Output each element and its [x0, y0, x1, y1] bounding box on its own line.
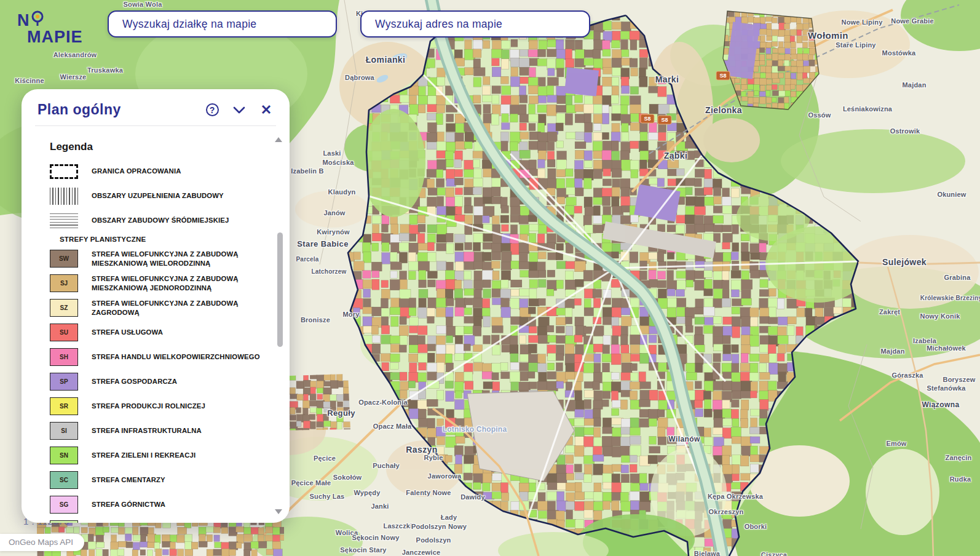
legend-zone-item: SHSTREFA HANDLU WIELKOPOWIERZCHNIOWEGO	[50, 348, 269, 367]
legend-special-items: GRANICA OPRACOWANIAOBSZARY UZUPEŁNIENIA …	[50, 162, 269, 230]
zone-swatch-SP: SP	[50, 373, 78, 391]
app-screen: Sowia WolaKiełpinŁomiankiDąbrowaAleksand…	[0, 0, 980, 556]
zone-swatch-SO: SO	[50, 520, 78, 523]
legend-zone-item: SOSTREFA OTWARTA	[50, 520, 269, 523]
dashed-boundary-icon	[50, 164, 78, 179]
legend-item-label: OBSZARY UZUPEŁNIENIA ZABUDOWY	[92, 191, 224, 200]
legend-heading: Legenda	[50, 141, 269, 153]
legend-zone-item: SZSTREFA WIELOFUNKCYJNA Z ZABUDOWĄ ZAGRO…	[50, 298, 269, 317]
legend-zone-item: SNSTREFA ZIELENI I REKREACJI	[50, 446, 269, 465]
map-attribution: OnGeo Maps API	[0, 534, 84, 551]
legend-zone-item: SGSTREFA GÓRNICTWA	[50, 495, 269, 514]
zone-swatch-SG: SG	[50, 496, 78, 514]
zone-swatch-SW: SW	[50, 250, 78, 268]
legend-zone-item: SJSTREFA WIELOFUNKCYJNA Z ZABUDOWĄ MIESZ…	[50, 274, 269, 293]
legend-zone-item: SCSTREFA CMENTARZY	[50, 471, 269, 490]
search-parcel-button[interactable]: Wyszukaj działkę na mapie	[108, 10, 337, 38]
zone-label: STREFA WIELOFUNKCYJNA Z ZABUDOWĄ ZAGRODO…	[92, 299, 269, 317]
vertical-hatch-icon	[50, 188, 78, 205]
zone-swatch-SC: SC	[50, 471, 78, 489]
close-icon[interactable]: ✕	[259, 103, 274, 117]
zone-label: STREFA ZIELENI I REKREACJI	[92, 451, 196, 459]
legend-body: Legenda GRANICA OPRACOWANIAOBSZARY UZUPE…	[22, 126, 290, 523]
zone-swatch-SH: SH	[50, 348, 78, 366]
legend-zone-item: SWSTREFA WIELOFUNKCYJNA Z ZABUDOWĄ MIESZ…	[50, 249, 269, 268]
scrollbar-thumb[interactable]	[277, 232, 283, 347]
zone-label: STREFA HANDLU WIELKOPOWIERZCHNIOWEGO	[92, 352, 260, 361]
zone-swatch-SR: SR	[50, 397, 78, 415]
zone-label: STREFA USŁUGOWA	[92, 328, 163, 336]
search-parcel-label: Wyszukaj działkę na mapie	[122, 18, 256, 31]
help-icon[interactable]: ?	[205, 103, 219, 117]
app-logo[interactable]: N MAPIE	[17, 10, 83, 45]
legend-group-heading: STREFY PLANISTYCZNE	[60, 236, 269, 243]
search-address-button[interactable]: Wyszukaj adres na mapie	[360, 10, 590, 38]
legend-item: OBSZARY ZABUDOWY ŚRÓDMIEJSKIEJ	[50, 211, 269, 230]
search-address-label: Wyszukaj adres na mapie	[375, 18, 502, 31]
zone-label: STREFA CMENTARZY	[92, 475, 165, 484]
legend-item: GRANICA OPRACOWANIA	[50, 162, 269, 181]
scroll-up-arrow-icon[interactable]	[275, 137, 282, 142]
panel-header: Plan ogólny ? ✕	[22, 89, 290, 125]
zone-label: STREFA INFRASTRUKTURALNA	[92, 426, 202, 435]
zone-swatch-SJ: SJ	[50, 274, 78, 292]
zone-label: STREFA GOSPODARCZA	[92, 377, 177, 386]
legend-zone-item: SISTREFA INFRASTRUKTURALNA	[50, 421, 269, 440]
logo-line1: N	[17, 11, 30, 30]
map-pin-icon	[30, 10, 45, 30]
legend-item: OBSZARY UZUPEŁNIENIA ZABUDOWY	[50, 186, 269, 205]
zone-label: STREFA WIELOFUNKCYJNA Z ZABUDOWĄ MIESZKA…	[92, 274, 269, 292]
logo-line2: MAPIE	[27, 30, 83, 45]
chevron-down-icon[interactable]	[232, 103, 247, 117]
plan-panel: Plan ogólny ? ✕ Legenda GRANICA OPRACOWA…	[22, 89, 290, 523]
panel-title: Plan ogólny	[38, 101, 121, 118]
scroll-down-arrow-icon[interactable]	[275, 509, 282, 514]
legend-zone-item: SUSTREFA USŁUGOWA	[50, 323, 269, 342]
legend-zone-items: SWSTREFA WIELOFUNKCYJNA Z ZABUDOWĄ MIESZ…	[50, 249, 269, 523]
zone-swatch-SU: SU	[50, 324, 78, 341]
legend-zone-item: SRSTREFA PRODUKCJI ROLNICZEJ	[50, 397, 269, 416]
zone-swatch-SI: SI	[50, 422, 78, 440]
zone-swatch-SZ: SZ	[50, 299, 78, 317]
horizontal-hatch-icon	[50, 213, 78, 228]
legend-zone-item: SPSTREFA GOSPODARCZA	[50, 372, 269, 391]
zone-label: STREFA GÓRNICTWA	[92, 500, 165, 509]
zone-label: STREFA PRODUKCJI ROLNICZEJ	[92, 402, 205, 410]
legend-item-label: GRANICA OPRACOWANIA	[92, 167, 181, 175]
zone-swatch-SN: SN	[50, 447, 78, 464]
legend-item-label: OBSZARY ZABUDOWY ŚRÓDMIEJSKIEJ	[92, 216, 229, 224]
zone-label: STREFA WIELOFUNKCYJNA Z ZABUDOWĄ MIESZKA…	[92, 250, 269, 268]
